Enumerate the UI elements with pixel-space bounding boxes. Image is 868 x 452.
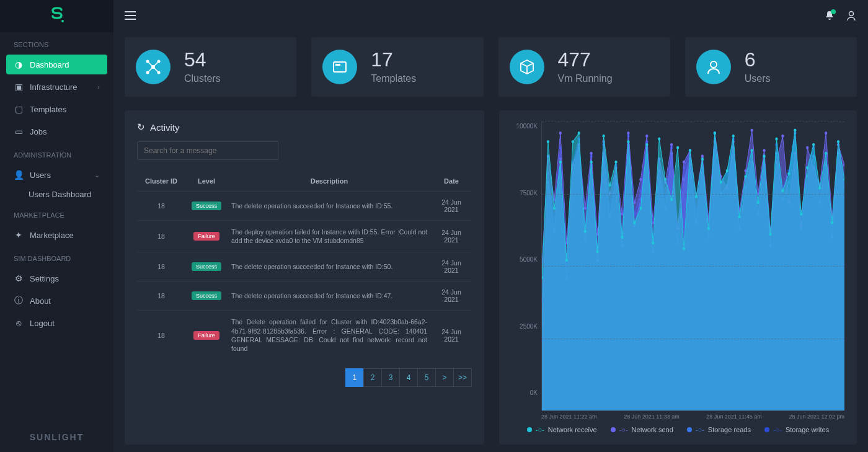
- page-button[interactable]: >>: [453, 368, 472, 387]
- cell-description: The Delete operation failed for Cluster …: [228, 311, 431, 360]
- logo: [47, 6, 67, 26]
- table-row: 18 Failure The deploy operation failed f…: [137, 221, 472, 252]
- y-tick: 5000K: [520, 256, 538, 263]
- table-row: 18 Success The delete operation succeede…: [137, 192, 472, 221]
- svg-point-168: [565, 259, 568, 262]
- svg-point-130: [645, 135, 648, 138]
- notifications-button[interactable]: [825, 11, 835, 22]
- svg-point-180: [639, 206, 642, 210]
- svg-point-139: [701, 154, 704, 157]
- menu-toggle[interactable]: [125, 11, 136, 22]
- page-button[interactable]: 2: [363, 368, 382, 387]
- y-tick: 0K: [530, 389, 538, 396]
- svg-point-156: [806, 146, 808, 149]
- nav-marketplace[interactable]: ✦ Marketplace: [6, 225, 107, 245]
- nav-jobs[interactable]: ▭ Jobs: [6, 122, 107, 141]
- svg-point-171: [584, 230, 587, 233]
- nav-label: Jobs: [30, 127, 46, 136]
- nav-label: About: [30, 296, 51, 306]
- svg-point-194: [726, 169, 728, 172]
- activity-search-input[interactable]: [137, 141, 278, 160]
- legend-label: Storage writes: [786, 426, 829, 433]
- gridline: [542, 266, 844, 267]
- menu-icon: [125, 11, 136, 20]
- legend-network-receive: -○-Network receive: [527, 426, 597, 433]
- svg-point-212: [837, 140, 839, 143]
- svg-point-0: [61, 20, 64, 22]
- profile-button[interactable]: [846, 10, 857, 23]
- nav-label: Infrastructure: [30, 82, 78, 92]
- stat-cards: 54 Clusters 17 Templates 477: [125, 37, 857, 97]
- nav-label: Marketplace: [30, 231, 74, 240]
- info-icon: ⓘ: [14, 296, 24, 306]
- level-badge: Failure: [193, 331, 219, 340]
- activity-title: ↻ Activity: [137, 122, 472, 133]
- svg-point-121: [590, 152, 593, 155]
- stat-label: Templates: [371, 73, 416, 84]
- page-button[interactable]: 4: [399, 368, 418, 387]
- svg-point-209: [818, 187, 821, 190]
- stat-label: Clusters: [184, 73, 221, 84]
- nav-settings[interactable]: ⚙ Settings: [6, 268, 107, 288]
- nav-dashboard[interactable]: ◑ Dashboard: [6, 55, 107, 74]
- stat-label: Vm Running: [558, 73, 613, 84]
- svg-point-126: [621, 213, 623, 216]
- svg-point-149: [763, 149, 765, 152]
- level-badge: Success: [192, 262, 221, 271]
- page-button[interactable]: 3: [381, 368, 400, 387]
- svg-point-182: [652, 241, 654, 244]
- page-button[interactable]: 5: [417, 368, 436, 387]
- svg-point-178: [627, 140, 629, 143]
- svg-point-179: [633, 221, 636, 224]
- x-axis: 28 Jun 2021 11:22 am28 Jun 2021 11:33 am…: [512, 411, 844, 420]
- svg-point-195: [732, 135, 735, 138]
- cell-cluster-id: 18: [137, 281, 185, 311]
- legend-storage-reads: -○-Storage reads: [687, 426, 751, 433]
- col-level: Level: [185, 171, 228, 192]
- nav-templates[interactable]: ▢ Templates: [6, 99, 107, 119]
- cell-level: Success: [185, 281, 228, 311]
- x-tick: 28 Jun 2021 11:45 am: [706, 414, 762, 420]
- cell-cluster-id: 18: [137, 192, 185, 221]
- svg-point-147: [750, 128, 753, 131]
- svg-point-211: [831, 221, 833, 224]
- svg-point-197: [745, 175, 747, 178]
- svg-point-201: [769, 233, 771, 236]
- cell-level: Failure: [185, 221, 228, 252]
- svg-point-185: [670, 198, 673, 201]
- cell-date: 24 Jun 2021: [431, 192, 472, 221]
- y-tick: 7500K: [520, 190, 538, 197]
- chevron-down-icon: ⌄: [94, 171, 100, 179]
- gridline: [542, 194, 844, 195]
- level-badge: Success: [192, 202, 221, 210]
- svg-rect-7: [334, 62, 346, 72]
- nav-infrastructure[interactable]: ▣ Infrastructure ›: [6, 77, 107, 97]
- legend-label: Network receive: [548, 426, 597, 433]
- cell-level: Failure: [185, 311, 228, 360]
- gridline: [542, 339, 844, 339]
- legend-label: Storage reads: [708, 426, 751, 433]
- x-tick: 28 Jun 2021 11:33 am: [624, 414, 680, 420]
- svg-point-196: [738, 215, 741, 218]
- cell-cluster-id: 18: [137, 252, 185, 281]
- svg-point-193: [720, 180, 722, 184]
- y-axis: 10000K7500K5000K2500K0K: [512, 122, 541, 411]
- nav-about[interactable]: ⓘ About: [6, 291, 107, 311]
- section-label-admin: ADMINISTRATION: [0, 143, 113, 164]
- nav-users-dashboard[interactable]: Users Dashboard: [6, 186, 107, 203]
- cell-description: The delete operation succeeded for Insta…: [228, 281, 431, 311]
- logout-icon: ⎋: [14, 318, 24, 328]
- page-button[interactable]: 1: [345, 368, 364, 387]
- panels-row: ↻ Activity Cluster ID Level Description …: [125, 110, 857, 445]
- svg-point-205: [794, 128, 796, 131]
- nav-logout[interactable]: ⎋ Logout: [6, 313, 107, 333]
- svg-point-187: [683, 247, 685, 250]
- pagination: 12345>>>: [346, 368, 472, 387]
- svg-point-208: [812, 143, 815, 146]
- col-desc: Description: [228, 171, 431, 192]
- activity-panel: ↻ Activity Cluster ID Level Description …: [125, 110, 484, 445]
- svg-point-202: [775, 137, 777, 140]
- page-button[interactable]: >: [435, 368, 454, 387]
- cell-date: 24 Jun 2021: [431, 311, 472, 360]
- nav-users[interactable]: 👤 Users ⌄: [6, 165, 107, 185]
